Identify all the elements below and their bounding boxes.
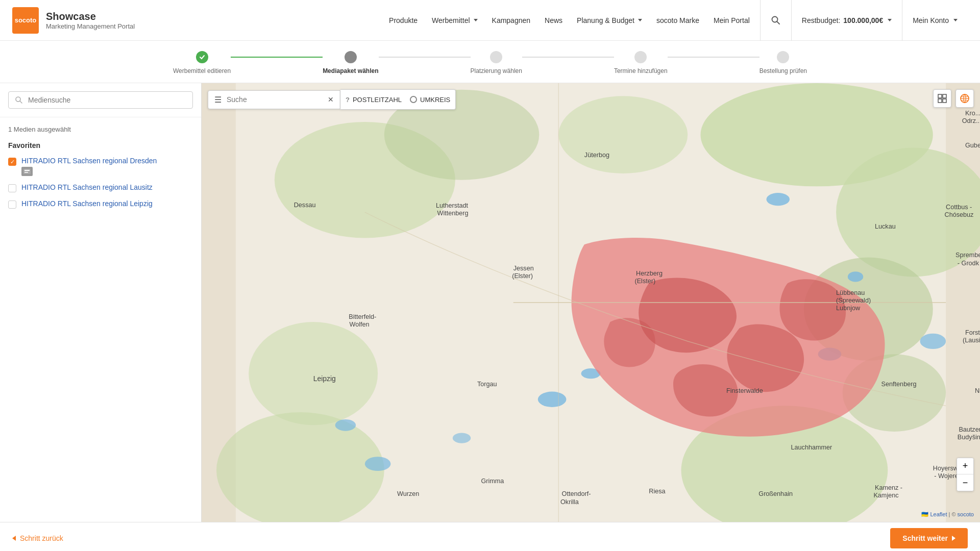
svg-text:Bitterfeld-: Bitterfeld-	[349, 313, 376, 320]
step-3-circle	[490, 51, 502, 63]
svg-rect-71	[943, 94, 946, 98]
grid-view-button[interactable]	[933, 89, 951, 108]
svg-text:- Grodk: - Grodk	[958, 260, 979, 267]
svg-point-18	[538, 392, 567, 407]
svg-rect-70	[938, 94, 942, 98]
svg-text:Niesky: Niesky	[975, 387, 980, 394]
connector-1	[231, 57, 323, 58]
postleitzahl-option[interactable]: ? POSTLEITZAHL	[346, 96, 402, 104]
nav-marke[interactable]: socoto Marke	[656, 16, 699, 24]
svg-text:Wittenberg: Wittenberg	[437, 210, 469, 217]
svg-text:Wurzen: Wurzen	[397, 490, 419, 497]
svg-point-0	[772, 16, 777, 22]
checkbox-3[interactable]	[8, 201, 16, 209]
map-search-bar: ☰ ✕ ? POSTLEITZAHL UMKREIS	[208, 89, 456, 110]
media-count: 1 Medien ausgewählt	[8, 126, 193, 133]
budget-label: Restbudget:	[802, 16, 841, 24]
svg-text:Lutherstadt: Lutherstadt	[436, 202, 469, 209]
check-icon	[199, 54, 205, 60]
umkreis-option[interactable]: UMKREIS	[410, 96, 450, 104]
zoom-out-button[interactable]: −	[957, 474, 973, 491]
nav-werbemittel[interactable]: Werbemittel	[432, 16, 477, 24]
list-item: HITRADIO RTL Sachsen regional Lausitz	[8, 183, 193, 192]
svg-text:Lauchhammer: Lauchhammer	[791, 444, 832, 451]
nav-portal[interactable]: Mein Portal	[714, 16, 750, 24]
map-zoom-controls: + −	[957, 458, 974, 491]
svg-line-3	[20, 101, 22, 103]
svg-point-24	[335, 419, 356, 431]
connector-2	[379, 57, 471, 58]
chevron-left-icon	[12, 536, 16, 541]
step-5: Bestellung prüfen	[760, 51, 807, 74]
step-4-label: Termine hinzufügen	[614, 67, 668, 74]
svg-text:Guben: Guben	[965, 142, 980, 149]
nav-kampagnen[interactable]: Kampagnen	[492, 16, 531, 24]
media-item-content-1: HITRADIO RTL Sachsen regional Dresden	[21, 157, 157, 176]
svg-text:Odrz...: Odrz...	[962, 117, 980, 124]
svg-point-14	[249, 322, 378, 425]
step-1: Werbemittel editieren	[173, 51, 231, 74]
svg-text:Kro...: Kro...	[965, 110, 980, 117]
svg-text:Herzberg: Herzberg	[636, 270, 663, 277]
search-bar	[0, 83, 201, 117]
svg-text:Budyšin: Budyšin	[958, 434, 980, 441]
step-3: Platzierung wählen	[471, 51, 522, 74]
search-wrap[interactable]	[8, 91, 193, 109]
svg-text:Jüterbog: Jüterbog	[584, 152, 609, 159]
svg-text:(Elster): (Elster)	[512, 272, 533, 280]
search-input[interactable]	[28, 96, 186, 104]
leaflet-link[interactable]: Leaflet	[930, 511, 947, 517]
main-nav: Produkte Werbemittel Kampagnen News Plan…	[389, 16, 750, 24]
postleitzahl-label: POSTLEITZAHL	[353, 96, 402, 104]
budget-display[interactable]: Restbudget: 100.000,00€	[792, 0, 902, 41]
map-toolbar	[933, 89, 974, 108]
socoto-link[interactable]: socoto	[958, 511, 974, 517]
svg-text:Okrilla: Okrilla	[560, 498, 579, 506]
search-icon	[771, 15, 781, 26]
svg-rect-73	[943, 99, 946, 103]
konto-button[interactable]: Mein Konto	[902, 0, 968, 41]
chevron-down-icon	[474, 19, 478, 21]
svg-text:Luckau: Luckau	[875, 223, 896, 230]
back-button[interactable]: Schritt zurück	[12, 534, 63, 542]
list-item: HITRADIO RTL Sachsen regional Leipzig	[8, 199, 193, 209]
main-content: 1 Medien ausgewählt Favoriten HITRADIO R…	[0, 83, 980, 522]
checkbox-1[interactable]	[8, 158, 16, 166]
close-icon[interactable]: ✕	[328, 95, 334, 104]
svg-text:Kamjenc: Kamjenc	[873, 492, 898, 499]
zoom-in-button[interactable]: +	[957, 458, 973, 474]
step-4: Termine hinzufügen	[614, 51, 668, 74]
svg-text:Finsterwalde: Finsterwalde	[726, 387, 763, 394]
map-search-input[interactable]	[227, 95, 323, 104]
connector-4	[668, 57, 760, 58]
nav-news[interactable]: News	[545, 16, 562, 24]
step-4-circle	[634, 51, 647, 63]
svg-rect-6	[24, 172, 28, 173]
globe-view-button[interactable]	[955, 89, 974, 108]
media-label-3[interactable]: HITRADIO RTL Sachsen regional Leipzig	[21, 199, 153, 208]
svg-point-26	[453, 433, 471, 443]
hamburger-icon[interactable]: ☰	[214, 95, 222, 105]
svg-text:Spremberg: Spremberg	[955, 252, 980, 259]
footer: Schritt zurück Schritt weiter	[0, 522, 980, 551]
media-label-2[interactable]: HITRADIO RTL Sachsen regional Lausitz	[21, 183, 153, 191]
header-actions: Restbudget: 100.000,00€ Mein Konto	[760, 0, 968, 41]
media-item-content-2: HITRADIO RTL Sachsen regional Lausitz	[21, 183, 153, 191]
nav-planung[interactable]: Planung & Budget	[577, 16, 642, 24]
nav-produkte[interactable]: Produkte	[389, 16, 418, 24]
budget-value: 100.000,00€	[843, 16, 883, 24]
svg-rect-5	[24, 170, 30, 171]
map-svg: Leipzig Jüterbog Finsterwalde Lübbenau (…	[202, 83, 980, 522]
media-label-1[interactable]: HITRADIO RTL Sachsen regional Dresden	[21, 157, 157, 165]
search-button[interactable]	[761, 0, 792, 41]
checkbox-2[interactable]	[8, 184, 16, 192]
svg-text:Wolfen: Wolfen	[350, 321, 370, 328]
svg-text:Riesa: Riesa	[649, 488, 666, 495]
step-2-label: Mediapaket wählen	[323, 67, 378, 74]
next-button[interactable]: Schritt weiter	[890, 528, 968, 548]
svg-text:Chósebuz: Chósebuz	[945, 211, 974, 218]
logo: socoto	[12, 7, 39, 34]
logo-text: socoto	[15, 16, 37, 24]
media-icon-1	[21, 167, 33, 176]
svg-text:Senftenberg: Senftenberg	[881, 381, 917, 388]
